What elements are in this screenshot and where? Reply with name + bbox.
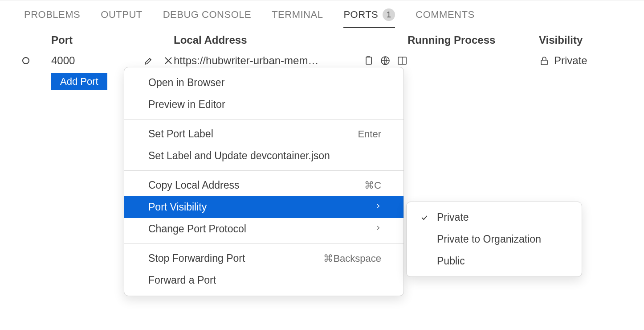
ports-table-header: Port Local Address Running Process Visib… <box>0 29 644 46</box>
ctx-preview-in-editor-label: Preview in Editor <box>148 99 225 111</box>
tab-problems[interactable]: PROBLEMS <box>24 9 80 28</box>
ctx-port-visibility[interactable]: Port Visibility <box>124 196 404 218</box>
ctx-change-port-protocol[interactable]: Change Port Protocol <box>124 218 404 240</box>
visibility-value: Private <box>554 54 587 67</box>
lock-icon <box>539 55 550 66</box>
preview-split-icon[interactable] <box>397 55 408 66</box>
submenu-private-org-label: Private to Organization <box>437 233 541 245</box>
ctx-set-port-label-label: Set Port Label <box>148 128 213 140</box>
ctx-preview-in-editor[interactable]: Preview in Editor <box>124 94 404 116</box>
circle-icon <box>22 57 29 64</box>
tab-terminal[interactable]: TERMINAL <box>272 9 323 28</box>
ctx-copy-local-address[interactable]: Copy Local Address ⌘C <box>124 174 404 196</box>
add-port-button[interactable]: Add Port <box>51 73 107 90</box>
header-visibility: Visibility <box>539 34 644 46</box>
visibility-submenu: Private Private to Organization Public <box>406 202 582 277</box>
context-menu: Open in Browser Preview in Editor Set Po… <box>124 67 404 296</box>
globe-icon[interactable] <box>380 55 391 66</box>
ctx-forward-a-port-label: Forward a Port <box>148 274 216 286</box>
header-port: Port <box>51 34 174 46</box>
header-running-process: Running Process <box>408 34 539 46</box>
ctx-open-in-browser-label: Open in Browser <box>148 77 224 89</box>
submenu-private-org[interactable]: Private to Organization <box>407 228 582 250</box>
ctx-stop-forwarding-label: Stop Forwarding Port <box>148 252 245 264</box>
ctx-port-visibility-label: Port Visibility <box>148 201 207 213</box>
tab-ports-label: PORTS <box>343 9 378 21</box>
port-number: 4000 <box>51 54 75 67</box>
ctx-forward-a-port[interactable]: Forward a Port <box>124 269 404 291</box>
copy-icon[interactable] <box>363 55 374 66</box>
tab-output[interactable]: OUTPUT <box>101 9 142 28</box>
ports-count-badge: 1 <box>383 8 395 21</box>
ctx-change-port-protocol-label: Change Port Protocol <box>148 223 246 235</box>
ctx-separator <box>124 119 404 120</box>
panel-tab-bar: PROBLEMS OUTPUT DEBUG CONSOLE TERMINAL P… <box>0 0 644 29</box>
edit-label-icon[interactable] <box>143 55 154 66</box>
submenu-public[interactable]: Public <box>407 250 582 272</box>
ctx-set-port-label[interactable]: Set Port Label Enter <box>124 123 404 145</box>
local-address-value: https://hubwriter-urban-mem… <box>174 54 318 67</box>
port-row[interactable]: 4000 https://hubwriter-urban-mem… Privat… <box>0 46 644 67</box>
ctx-set-label-devcontainer[interactable]: Set Label and Update devcontainer.json <box>124 145 404 167</box>
check-icon <box>419 213 430 222</box>
ctx-copy-local-address-label: Copy Local Address <box>148 179 240 191</box>
ctx-separator <box>124 243 404 244</box>
tab-ports[interactable]: PORTS 1 <box>343 8 395 28</box>
port-status-indicator <box>0 57 51 64</box>
submenu-private-label: Private <box>437 211 469 223</box>
header-local-address: Local Address <box>174 34 408 46</box>
ctx-set-label-devcontainer-label: Set Label and Update devcontainer.json <box>148 150 330 162</box>
ctx-separator <box>124 170 404 171</box>
chevron-right-icon <box>375 202 381 213</box>
ctx-set-port-label-shortcut: Enter <box>358 128 381 140</box>
svg-rect-3 <box>541 60 547 65</box>
ctx-copy-local-shortcut: ⌘C <box>364 180 381 191</box>
close-icon[interactable] <box>163 55 174 66</box>
ctx-stop-forwarding-shortcut: ⌘Backspace <box>323 253 381 264</box>
submenu-public-label: Public <box>437 255 465 267</box>
svg-rect-0 <box>366 57 371 64</box>
ctx-open-in-browser[interactable]: Open in Browser <box>124 72 404 94</box>
ctx-stop-forwarding-port[interactable]: Stop Forwarding Port ⌘Backspace <box>124 248 404 269</box>
tab-debug-console[interactable]: DEBUG CONSOLE <box>163 9 251 28</box>
tab-comments[interactable]: COMMENTS <box>416 9 474 28</box>
chevron-right-icon <box>375 223 381 235</box>
submenu-private[interactable]: Private <box>407 206 582 228</box>
